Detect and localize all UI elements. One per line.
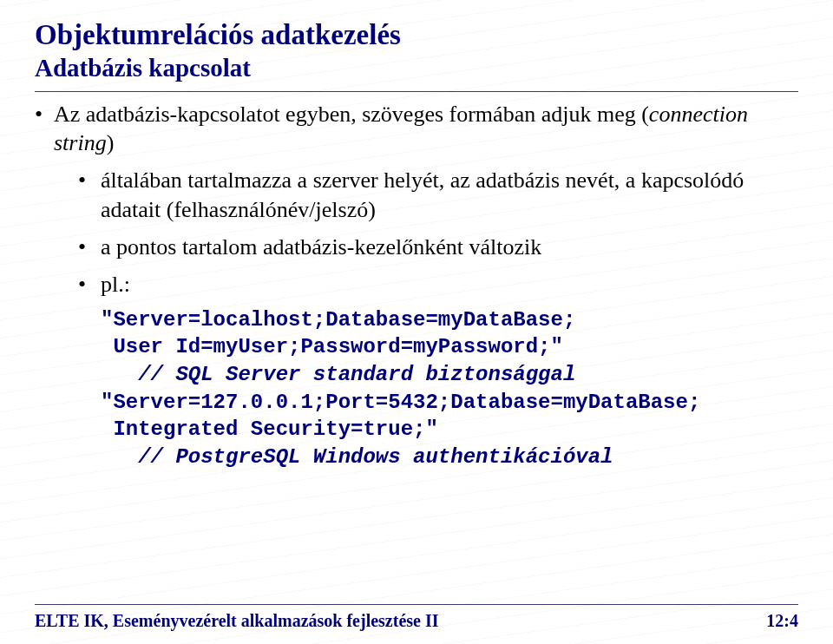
bullet-sub2: a pontos tartalom adatbázis-kezelőnként … — [78, 233, 798, 261]
code-comment2: // PostgreSQL Windows authentikációval — [101, 445, 613, 469]
code-line4: "Server=127.0.0.1;Port=5432;Database=myD… — [101, 391, 700, 414]
slide: Objektumrelációs adatkezelés Adatbázis k… — [0, 0, 833, 644]
code-comment1: // SQL Server standard biztonsággal — [101, 363, 575, 386]
code-block: "Server=localhost;Database=myDataBase; U… — [101, 306, 798, 471]
footer-left: ELTE IK, Eseményvezérelt alkalmazások fe… — [35, 611, 439, 631]
slide-subtitle: Adatbázis kapcsolat — [35, 54, 798, 82]
footer: ELTE IK, Eseményvezérelt alkalmazások fe… — [35, 611, 798, 631]
title-divider — [35, 91, 798, 92]
bullet-sub3: pl.: — [78, 270, 798, 299]
slide-title: Objektumrelációs adatkezelés — [35, 19, 798, 52]
code-line1: "Server=localhost;Database=myDataBase; — [101, 308, 575, 332]
bullet-main-text: Az adatbázis-kapcsolatot egyben, szövege… — [54, 102, 649, 127]
code-line2: User Id=myUser;Password=myPassword;" — [101, 335, 563, 358]
footer-right: 12:4 — [766, 611, 798, 631]
bullet-sub1: általában tartalmazza a szerver helyét, … — [78, 166, 798, 224]
footer-divider — [35, 604, 798, 605]
bullet-main-close: ) — [107, 130, 115, 155]
code-line5: Integrated Security=true;" — [101, 417, 438, 441]
content-area: Az adatbázis-kapcsolatot egyben, szövege… — [35, 100, 798, 644]
bullet-main: Az adatbázis-kapcsolatot egyben, szövege… — [35, 100, 798, 471]
